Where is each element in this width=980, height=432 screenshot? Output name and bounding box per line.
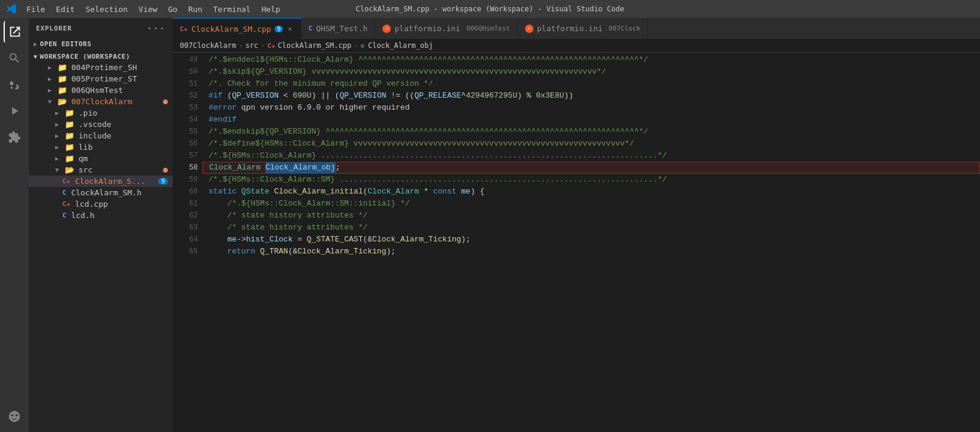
explorer-activity-icon[interactable]	[4, 21, 25, 43]
breadcrumb-item-007[interactable]: 007ClockAlarm	[180, 41, 236, 50]
breadcrumb-separator: ›	[261, 41, 265, 50]
sidebar-item-006qhsmtest[interactable]: ▶ 📁 006QHsmTest	[29, 84, 173, 96]
sidebar-more-icon[interactable]: ···	[146, 23, 165, 34]
folder-label: 006QHsmTest	[71, 86, 123, 95]
menu-run[interactable]: Run	[183, 4, 207, 15]
editor-area: C+ ClockAlarm_SM.cpp 9 ✕ C QHSM_Test.h ⚡…	[173, 18, 980, 432]
code-editor: 49 50 51 52 53 54 55 56 57 58 59 60 61 6…	[173, 53, 980, 432]
sidebar-item-qm[interactable]: ▶ 📁 qm	[29, 153, 173, 164]
folder-label: include	[79, 131, 111, 140]
breadcrumb: 007ClockAlarm › src › C+ ClockAlarm_SM.c…	[173, 39, 980, 53]
vscode-logo-icon	[6, 4, 17, 14]
h-file-icon: C	[62, 189, 67, 197]
folder-label: .pio	[79, 108, 97, 117]
folder-icon: 📁	[65, 120, 74, 129]
modified-badge	[163, 168, 168, 173]
tab-qhsm-test-h[interactable]: C QHSM_Test.h	[301, 18, 376, 39]
sidebar-item-007clockalarm[interactable]: ▼ 📂 007ClockAlarm	[29, 96, 173, 107]
search-activity-icon[interactable]	[4, 47, 25, 69]
tab-clockalarm-sm-cpp[interactable]: C+ ClockAlarm_SM.cpp 9 ✕	[173, 18, 301, 39]
code-line-57: /*.${HSMs::Clock_Alarm} ................…	[203, 150, 980, 162]
chevron-right-icon: ▶	[55, 132, 62, 139]
folder-label: src	[79, 165, 92, 174]
line-number-57: 57	[173, 150, 198, 162]
cpp-tab-icon: C+	[180, 25, 188, 33]
code-line-61: /*.${HSMs::Clock_Alarm::SM::initial} */	[203, 198, 980, 210]
menu-selection[interactable]: Selection	[81, 4, 132, 15]
breadcrumb-cpp-icon: C+	[267, 42, 275, 50]
code-line-53: #error qpn version 6.9.0 or higher requi…	[203, 102, 980, 114]
tabs-bar: C+ ClockAlarm_SM.cpp 9 ✕ C QHSM_Test.h ⚡…	[173, 18, 980, 39]
sidebar-item-004protimer[interactable]: ▶ 📁 004Protimer_SH	[29, 62, 173, 73]
extensions-activity-icon[interactable]	[4, 126, 25, 148]
folder-label: 005Protimer_ST	[71, 74, 137, 83]
breadcrumb-item-src[interactable]: src	[245, 41, 258, 50]
folder-label: qm	[79, 154, 88, 163]
sidebar-item-clockalarm-sm-h[interactable]: C ClockAlarm_SM.h	[29, 187, 173, 198]
h-tab-icon: C	[309, 25, 313, 32]
menu-file[interactable]: File	[22, 4, 50, 15]
svg-point-1	[11, 414, 14, 416]
chevron-down-icon: ▼	[55, 167, 62, 173]
sidebar-content: ▶ OPEN EDITORS ▼ WORKSPACE (WORKSPACE) ▶…	[29, 39, 173, 432]
tab-context-label: 006QHsmTest	[466, 25, 510, 32]
sidebar-header: EXPLORER ···	[29, 18, 173, 39]
line-number-54: 54	[173, 114, 198, 126]
code-content[interactable]: /*.$enddecl${HSMs::Clock_Alarm} ^^^^^^^^…	[203, 53, 980, 432]
run-debug-activity-icon[interactable]	[4, 100, 25, 122]
menu-help[interactable]: Help	[257, 4, 285, 15]
menu-terminal[interactable]: Terminal	[209, 4, 256, 15]
line-number-63: 63	[173, 222, 198, 234]
sidebar-item-vscode[interactable]: ▶ 📁 .vscode	[29, 119, 173, 130]
menu-view[interactable]: View	[134, 4, 162, 15]
title-bar: File Edit Selection View Go Run Terminal…	[0, 0, 980, 18]
code-line-64: me->hist_Clock = Q_STATE_CAST(&Clock_Ala…	[203, 234, 980, 246]
line-number-58: 58	[173, 162, 198, 174]
breadcrumb-separator: ›	[354, 41, 358, 50]
sidebar-section-workspace[interactable]: ▼ WORKSPACE (WORKSPACE)	[29, 52, 173, 62]
line-number-64: 64	[173, 234, 198, 246]
svg-point-2	[16, 414, 18, 416]
folder-icon: 📁	[65, 143, 74, 152]
sidebar-item-lcd-cpp[interactable]: C+ lcd.cpp	[29, 198, 173, 210]
menu-go[interactable]: Go	[163, 4, 182, 15]
sidebar-item-lcd-h[interactable]: C lcd.h	[29, 210, 173, 221]
platformio-tab-icon: ⚡	[525, 25, 533, 33]
tab-label: ClockAlarm_SM.cpp	[191, 25, 271, 34]
sidebar-item-clockalarm-sm-cpp[interactable]: C+ ClockAlarm_S... 9	[29, 176, 173, 187]
line-number-52: 52	[173, 90, 198, 102]
sidebar-item-include[interactable]: ▶ 📁 include	[29, 130, 173, 141]
line-number-50: 50	[173, 66, 198, 78]
tab-label: platformio.ini	[394, 24, 460, 33]
code-line-52: #if (QP_VERSION < 690U) || (QP_VERSION !…	[203, 90, 980, 102]
sidebar: EXPLORER ··· ▶ OPEN EDITORS ▼ WORKSPACE …	[29, 18, 173, 432]
menu-bar: File Edit Selection View Go Run Terminal…	[22, 4, 285, 15]
file-label: ClockAlarm_S...	[75, 177, 145, 186]
svg-point-0	[9, 411, 20, 422]
file-label: lcd.h	[71, 211, 95, 220]
sidebar-section-open-editors[interactable]: ▶ OPEN EDITORS	[29, 39, 173, 49]
sidebar-item-005protimer[interactable]: ▶ 📁 005Protimer_ST	[29, 73, 173, 84]
cpp-file-icon: C+	[62, 200, 70, 208]
sidebar-item-src[interactable]: ▼ 📂 src	[29, 164, 173, 176]
chevron-right-icon: ▶	[55, 121, 62, 128]
menu-edit[interactable]: Edit	[51, 4, 79, 15]
folder-label: 004Protimer_SH	[71, 63, 137, 72]
sidebar-item-lib[interactable]: ▶ 📁 lib	[29, 141, 173, 153]
tab-close-button[interactable]: ✕	[287, 23, 293, 34]
alien-activity-icon[interactable]	[4, 406, 25, 427]
breadcrumb-symbol-icon: ⊙	[360, 42, 364, 50]
line-number-53: 53	[173, 102, 198, 114]
code-line-50: /*.$skip${QP_VERSION} vvvvvvvvvvvvvvvvvv…	[203, 66, 980, 78]
tab-context-label: 007Clock	[608, 25, 640, 32]
code-line-65: return Q_TRAN(&Clock_Alarm_Ticking);	[203, 246, 980, 258]
folder-icon: 📁	[65, 154, 74, 163]
source-control-activity-icon[interactable]	[4, 74, 25, 95]
tab-platformio-006[interactable]: ⚡ platformio.ini 006QHsmTest	[375, 18, 517, 39]
tab-platformio-007[interactable]: ⚡ platformio.ini 007Clock	[518, 18, 649, 39]
unsaved-badge: 9	[158, 178, 168, 185]
breadcrumb-item-file[interactable]: ClockAlarm_SM.cpp	[278, 41, 351, 50]
breadcrumb-item-obj[interactable]: Clock_Alarm_obj	[368, 41, 433, 50]
sidebar-item-pio[interactable]: ▶ 📁 .pio	[29, 107, 173, 119]
chevron-right-icon: ▶	[48, 87, 55, 93]
